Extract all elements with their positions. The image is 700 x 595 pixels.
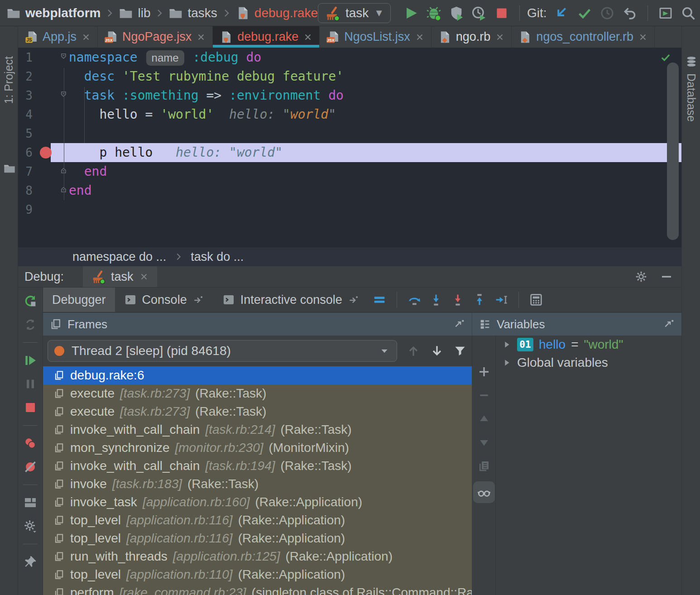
close-icon[interactable]	[196, 32, 206, 42]
pin-tab-button[interactable]	[21, 554, 39, 570]
line-number[interactable]: 8	[23, 181, 33, 200]
editor-tab-ngoslist-jsx[interactable]: JSXNgosList.jsx	[320, 26, 432, 48]
pause-button[interactable]	[21, 376, 39, 392]
show-watches-button[interactable]	[473, 481, 495, 503]
thread-selector[interactable]: Thread 2 [sleep] (pid 84618)	[48, 340, 397, 362]
line-number[interactable]: 7	[23, 162, 33, 181]
line-number[interactable]: 6	[23, 143, 33, 162]
stack-frame-row[interactable]: top_level[application.rb:116](Rake::Appl…	[43, 529, 472, 547]
editor-tab-app-js[interactable]: JSApp.js	[18, 26, 98, 48]
breadcrumb-item[interactable]: debug.rake	[235, 6, 318, 20]
editor-tab-debug-rake[interactable]: debug.rake	[213, 26, 320, 48]
stack-frame-row[interactable]: perform[rake_command.rb:23](singleton cl…	[43, 584, 472, 595]
debugger-tab-debugger[interactable]: Debugger	[43, 288, 115, 312]
hide-library-frames-filter-icon[interactable]	[453, 344, 467, 358]
stack-frame-row[interactable]: top_level[application.rb:116](Rake::Appl…	[43, 511, 472, 529]
close-icon[interactable]	[495, 32, 505, 42]
breadcrumb-item[interactable]: tasks	[168, 6, 217, 20]
foldtop-icon[interactable]	[60, 91, 69, 100]
update-application-button[interactable]	[21, 317, 39, 333]
step-out-button[interactable]	[469, 289, 490, 310]
line-number[interactable]: 4	[23, 105, 33, 124]
line-number[interactable]: 2	[23, 67, 33, 86]
debug-button[interactable]	[423, 3, 444, 24]
variable-row[interactable]: 01hello="world"	[496, 336, 681, 354]
stack-frame-row[interactable]: execute[task.rb:273](Rake::Task)	[43, 403, 472, 421]
database-icon[interactable]	[685, 55, 698, 68]
step-into-button[interactable]	[425, 289, 447, 310]
rollback-button[interactable]	[619, 3, 640, 24]
open-in-editor-icon[interactable]	[663, 318, 675, 330]
search-everywhere-button[interactable]	[678, 3, 699, 24]
editor-tab-ngo-rb[interactable]: ngo.rb	[432, 26, 512, 48]
variable-row[interactable]: Global variables	[496, 354, 681, 372]
history-button[interactable]	[597, 3, 618, 24]
stack-frame-row[interactable]: invoke[task.rb:183](Rake::Task)	[43, 475, 472, 493]
rerun-button[interactable]	[21, 293, 39, 309]
close-icon[interactable]	[139, 272, 149, 282]
folder-icon[interactable]	[3, 162, 16, 175]
close-icon[interactable]	[415, 32, 425, 42]
run-anything-button[interactable]	[655, 3, 676, 24]
stack-frame-row[interactable]: invoke_with_call_chain[task.rb:194](Rake…	[43, 457, 472, 475]
show-execution-point-button[interactable]	[369, 289, 390, 310]
stack-frame-row[interactable]: debug.rake:6	[43, 366, 472, 384]
editor-breadcrumb-item[interactable]: task do ...	[191, 250, 244, 264]
breadcrumb-item[interactable]: webplatform	[6, 6, 101, 20]
stack-frame-row[interactable]: invoke_task[application.rb:160](Rake::Ap…	[43, 493, 472, 511]
gear-icon[interactable]	[634, 270, 648, 283]
foldbottom-icon[interactable]	[60, 167, 69, 176]
line-number[interactable]: 1	[23, 48, 33, 67]
breadcrumb-item[interactable]: lib	[119, 6, 150, 20]
next-frame-button[interactable]	[430, 344, 444, 358]
editor-scrollbar[interactable]	[667, 62, 679, 240]
debug-session-tab[interactable]: task	[83, 266, 157, 287]
stack-frame-row[interactable]: execute[task.rb:273](Rake::Task)	[43, 384, 472, 403]
line-number[interactable]: 9	[23, 200, 33, 219]
profiler-button[interactable]	[469, 3, 489, 24]
commit-button[interactable]	[574, 3, 595, 24]
add-watch-button[interactable]	[476, 364, 492, 380]
run-config-selector[interactable]: task ▼	[318, 3, 391, 23]
debugger-tab-console[interactable]: Console	[115, 288, 213, 312]
view-breakpoints-button[interactable]	[21, 435, 39, 451]
editor-tab-ngopage-jsx[interactable]: JSXNgoPage.jsx	[98, 26, 213, 48]
resume-button[interactable]	[21, 352, 39, 369]
foldbottom-icon[interactable]	[60, 186, 69, 195]
editor-tab-ngos-controller-rb[interactable]: ngos_controller.rb	[512, 26, 655, 48]
settings-button[interactable]	[21, 518, 39, 534]
duplicate-watch-button[interactable]	[476, 458, 492, 474]
breakpoint-dot[interactable]	[40, 147, 52, 158]
close-icon[interactable]	[638, 32, 648, 42]
stack-frame-row[interactable]: mon_synchronize[monitor.rb:230](MonitorM…	[43, 439, 472, 457]
run-with-coverage-button[interactable]	[446, 3, 467, 24]
move-down-button[interactable]	[476, 434, 492, 451]
project-tool-window-button[interactable]: 1: Project	[2, 56, 15, 104]
evaluate-expression-button[interactable]	[525, 289, 547, 310]
previous-frame-button[interactable]	[406, 344, 421, 358]
jump-icon[interactable]	[348, 294, 360, 306]
debugger-tab-interactive-console[interactable]: Interactive console	[213, 288, 369, 312]
exptri-icon[interactable]	[502, 340, 512, 350]
minimize-icon[interactable]	[660, 270, 673, 283]
stack-frame-row[interactable]: invoke_with_call_chain[task.rb:214](Rake…	[43, 421, 472, 439]
line-number[interactable]: 3	[23, 86, 33, 105]
stack-frame-row[interactable]: run_with_threads[application.rb:125](Rak…	[43, 547, 472, 566]
restore-layout-button[interactable]	[21, 494, 39, 511]
update-project-button[interactable]	[551, 3, 572, 24]
jump-icon[interactable]	[192, 294, 204, 306]
force-step-into-button[interactable]	[447, 289, 469, 310]
close-icon[interactable]	[303, 32, 313, 42]
stack-frame-row[interactable]: top_level[application.rb:110](Rake::Appl…	[43, 566, 472, 584]
run-to-cursor-button[interactable]	[490, 289, 512, 310]
close-icon[interactable]	[81, 32, 91, 42]
code-editor[interactable]: 1namespace name :debug do2 desc 'Test ru…	[18, 48, 681, 247]
exptri-icon[interactable]	[502, 358, 512, 368]
inspections-ok-icon[interactable]	[660, 52, 671, 63]
run-button[interactable]	[401, 3, 422, 24]
database-tool-window-button[interactable]: Database	[685, 73, 698, 122]
remove-watch-button[interactable]	[476, 387, 492, 403]
move-up-button[interactable]	[476, 411, 492, 427]
stop-debug-button[interactable]	[21, 399, 39, 416]
foldtop-icon[interactable]	[60, 53, 69, 62]
